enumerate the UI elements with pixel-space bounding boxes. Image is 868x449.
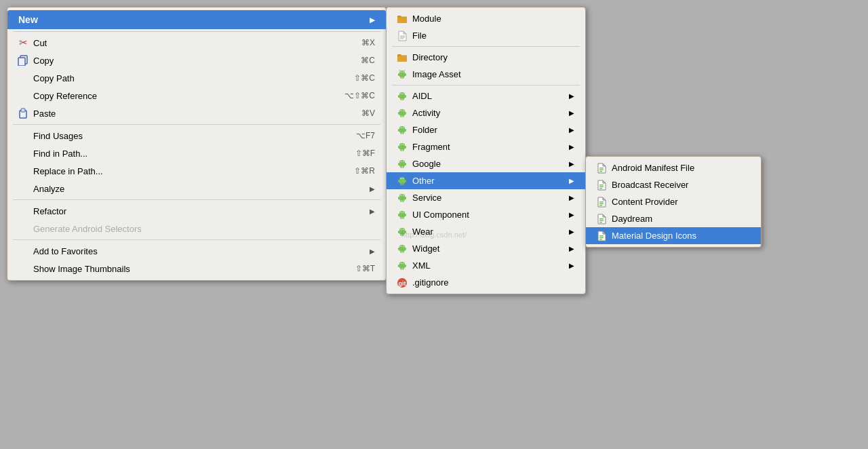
svg-rect-120 [599, 222, 602, 223]
svg-rect-1 [18, 58, 25, 66]
android-other-icon [397, 176, 408, 187]
menu-item-show-thumbnails[interactable]: Show Image Thumbnails ⇧⌘T [7, 260, 386, 277]
svg-rect-70 [405, 197, 406, 199]
svg-rect-29 [398, 112, 399, 115]
android-folder-icon [397, 125, 408, 136]
svg-rect-14 [403, 77, 404, 79]
menu-item-copy[interactable]: Copy ⌘C [7, 52, 386, 69]
svg-rect-69 [398, 197, 399, 199]
menu-item-find-usages[interactable]: Find Usages ⌥F7 [7, 127, 386, 144]
menu-item-service[interactable]: Service ▶ [387, 189, 585, 206]
menu-item-directory[interactable]: Directory [387, 49, 585, 66]
menu-item-new[interactable]: New ▶ [7, 10, 386, 29]
android-aidl-icon [397, 91, 408, 102]
menu-item-analyze[interactable]: Analyze ▶ [7, 180, 386, 197]
svg-rect-111 [599, 171, 602, 172]
svg-rect-121 [599, 235, 604, 237]
menu-item-add-favorites[interactable]: Add to Favorites ▶ [7, 242, 386, 260]
svg-rect-46 [405, 146, 406, 149]
svg-rect-85 [398, 231, 399, 233]
svg-rect-123 [599, 239, 602, 240]
menu-item-copy-reference[interactable]: Copy Reference ⌥⇧⌘C [7, 87, 386, 104]
svg-rect-101 [398, 265, 399, 267]
menu-item-other[interactable]: Other ▶ [387, 172, 585, 189]
menu-item-refactor[interactable]: Refactor ▶ [7, 202, 386, 220]
svg-point-34 [403, 110, 403, 111]
menu-item-ui-component[interactable]: UI Component ▶ [387, 206, 585, 223]
svg-rect-100 [399, 264, 405, 268]
svg-rect-39 [401, 132, 402, 134]
menu-item-fragment[interactable]: Fragment ▶ [387, 138, 585, 155]
menu-item-module[interactable]: Module [387, 10, 585, 27]
svg-rect-55 [401, 166, 402, 168]
svg-rect-95 [401, 251, 402, 253]
git-icon: git [397, 277, 408, 288]
svg-point-82 [403, 212, 403, 212]
android-fragment-icon [397, 142, 408, 153]
menu-item-image-asset[interactable]: Image Asset [387, 66, 585, 83]
menu-item-replace-in-path[interactable]: Replace in Path... ⇧⌘R [7, 162, 386, 180]
svg-rect-119 [599, 220, 604, 221]
separator-1 [13, 31, 380, 32]
svg-point-106 [403, 262, 403, 263]
svg-rect-88 [403, 234, 404, 236]
svg-rect-44 [399, 145, 405, 149]
broadcast-file-icon [596, 180, 607, 191]
menu-item-daydream[interactable]: Daydream [586, 210, 761, 227]
menu-item-gen-selectors: Generate Android Selectors [7, 220, 386, 237]
svg-rect-37 [398, 129, 399, 132]
svg-rect-104 [403, 268, 404, 270]
menu-item-material-design-icons[interactable]: Material Design Icons [586, 227, 761, 244]
folder-icon [397, 14, 408, 24]
menu-item-android-manifest[interactable]: Android Manifest File [586, 159, 761, 176]
svg-rect-45 [398, 146, 399, 149]
svg-point-58 [403, 161, 403, 161]
manifest-file-icon [596, 163, 607, 174]
menu-item-activity[interactable]: Activity ▶ [387, 104, 585, 121]
menu-item-find-in-path[interactable]: Find in Path... ⇧⌘F [7, 144, 386, 162]
svg-point-41 [401, 127, 401, 128]
separator-3 [13, 199, 380, 200]
menu-item-widget[interactable]: Widget ▶ [387, 240, 585, 257]
svg-rect-28 [399, 111, 405, 115]
svg-point-105 [401, 262, 401, 263]
menu-item-google[interactable]: Google ▶ [387, 155, 585, 172]
android-icon-image [397, 69, 408, 80]
svg-rect-117 [599, 205, 602, 206]
svg-rect-12 [405, 73, 406, 76]
svg-rect-48 [403, 149, 404, 151]
svg-rect-76 [399, 213, 405, 217]
svg-rect-60 [399, 179, 405, 183]
level2-sep-1 [392, 46, 580, 47]
menu-item-xml[interactable]: XML ▶ [387, 257, 585, 274]
directory-icon [397, 52, 408, 63]
svg-rect-116 [599, 203, 604, 204]
svg-rect-13 [401, 77, 402, 79]
menu-item-gitignore[interactable]: git .gitignore [387, 274, 585, 291]
menu-item-cut[interactable]: ✂ Cut ⌘X [7, 34, 386, 52]
context-menu-level1: New ▶ ✂ Cut ⌘X Copy ⌘C Copy Path ⇧⌘C [7, 7, 387, 281]
android-widget-icon [397, 243, 408, 254]
menu-item-paste[interactable]: Paste ⌘V [7, 104, 386, 122]
svg-rect-96 [403, 251, 404, 253]
svg-point-73 [401, 195, 401, 195]
svg-point-42 [403, 127, 403, 128]
svg-rect-80 [403, 217, 404, 219]
svg-rect-77 [398, 214, 399, 216]
menu-item-broadcast-receiver[interactable]: Broadcast Receiver [586, 176, 761, 193]
svg-rect-4 [397, 17, 407, 23]
svg-rect-87 [401, 234, 402, 236]
menu-item-folder[interactable]: Folder ▶ [387, 121, 585, 138]
svg-rect-92 [399, 247, 405, 251]
menu-item-aidl[interactable]: AIDL ▶ [387, 87, 585, 104]
menu-item-wear[interactable]: Wear ▶ [387, 223, 585, 240]
svg-rect-114 [599, 188, 602, 189]
svg-rect-61 [398, 180, 399, 182]
level2-sep-2 [392, 85, 580, 85]
svg-rect-93 [398, 248, 399, 250]
menu-item-file[interactable]: File [387, 27, 585, 44]
svg-rect-64 [403, 183, 404, 185]
menu-item-content-provider[interactable]: Content Provider [586, 193, 761, 210]
material-icons-icon [596, 231, 607, 241]
menu-item-copy-path[interactable]: Copy Path ⇧⌘C [7, 69, 386, 87]
